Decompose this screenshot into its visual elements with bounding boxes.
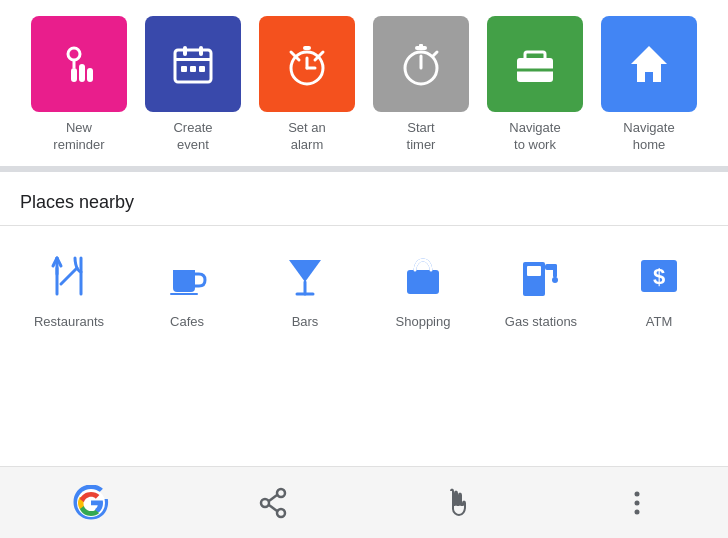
svg-rect-17 (303, 46, 311, 50)
restaurants-icon (39, 246, 99, 306)
shortcut-label-create-event: Createevent (173, 120, 212, 154)
svg-line-32 (61, 268, 77, 284)
place-label-cafes: Cafes (170, 314, 204, 329)
shopping-icon (393, 246, 453, 306)
svg-point-42 (552, 277, 558, 283)
bottom-nav-bar (0, 466, 728, 538)
svg-point-48 (277, 509, 285, 517)
places-title: Places nearby (0, 172, 728, 225)
shortcuts-panel: Newreminder Createevent (0, 0, 728, 166)
place-cafes[interactable]: Cafes (128, 246, 246, 329)
svg-rect-39 (527, 266, 541, 276)
svg-text:$: $ (653, 264, 665, 289)
svg-rect-2 (87, 68, 93, 82)
svg-rect-1 (79, 64, 85, 82)
bars-icon (275, 246, 335, 306)
svg-point-47 (261, 499, 269, 507)
place-label-gas-stations: Gas stations (505, 314, 577, 329)
shortcut-create-event[interactable]: Createevent (138, 16, 248, 154)
work-icon (487, 16, 583, 112)
places-row: Restaurants Cafes (0, 226, 728, 339)
place-restaurants[interactable]: Restaurants (10, 246, 128, 329)
svg-rect-6 (183, 46, 187, 56)
event-icon (145, 16, 241, 112)
svg-point-46 (277, 489, 285, 497)
touch-button[interactable] (431, 479, 479, 527)
svg-marker-34 (289, 260, 321, 282)
svg-point-53 (635, 509, 640, 514)
svg-line-50 (269, 505, 277, 511)
svg-marker-26 (631, 46, 667, 82)
place-label-bars: Bars (292, 314, 319, 329)
place-shopping[interactable]: Shopping (364, 246, 482, 329)
svg-rect-11 (199, 66, 205, 72)
place-label-shopping: Shopping (396, 314, 451, 329)
reminder-icon (31, 16, 127, 112)
svg-rect-21 (419, 44, 423, 50)
google-button[interactable] (67, 479, 115, 527)
svg-rect-37 (407, 270, 439, 294)
place-gas-stations[interactable]: Gas stations (482, 246, 600, 329)
shortcut-label-start-timer: Starttimer (407, 120, 436, 154)
atm-icon: $ (629, 246, 689, 306)
more-button[interactable] (613, 479, 661, 527)
timer-icon (373, 16, 469, 112)
svg-rect-0 (71, 68, 77, 82)
shortcut-label-set-alarm: Set analarm (288, 120, 326, 154)
svg-rect-9 (181, 66, 187, 72)
shortcut-set-alarm[interactable]: Set analarm (252, 16, 362, 154)
place-atm[interactable]: $ ATM (600, 246, 718, 329)
svg-line-22 (433, 52, 437, 56)
shortcut-new-reminder[interactable]: Newreminder (24, 16, 134, 154)
share-button[interactable] (249, 479, 297, 527)
cafes-icon (157, 246, 217, 306)
alarm-icon (259, 16, 355, 112)
shortcuts-row: Newreminder Createevent (8, 16, 720, 154)
svg-rect-24 (525, 52, 545, 62)
svg-point-51 (635, 491, 640, 496)
shortcut-label-navigate-home: Navigatehome (623, 120, 674, 154)
svg-rect-10 (190, 66, 196, 72)
place-bars[interactable]: Bars (246, 246, 364, 329)
svg-rect-7 (199, 46, 203, 56)
svg-point-52 (635, 500, 640, 505)
shortcut-start-timer[interactable]: Starttimer (366, 16, 476, 154)
svg-point-3 (68, 48, 80, 60)
place-label-restaurants: Restaurants (34, 314, 104, 329)
shortcut-label-navigate-work: Navigateto work (509, 120, 560, 154)
place-label-atm: ATM (646, 314, 672, 329)
gas-station-icon (511, 246, 571, 306)
shortcut-navigate-work[interactable]: Navigateto work (480, 16, 590, 154)
svg-rect-41 (553, 264, 557, 278)
shortcut-navigate-home[interactable]: Navigatehome (594, 16, 704, 154)
home-icon (601, 16, 697, 112)
places-panel: Places nearby Restaurants (0, 172, 728, 466)
shortcut-label-new-reminder: Newreminder (53, 120, 104, 154)
svg-rect-8 (175, 58, 211, 61)
svg-line-49 (269, 495, 277, 501)
